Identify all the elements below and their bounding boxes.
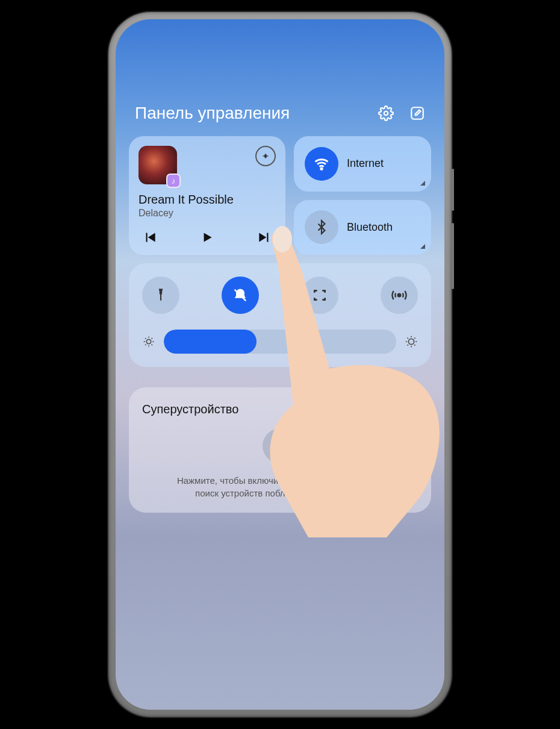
connectivity-col: Internet Bluetooth <box>294 136 431 255</box>
album-art: ♪ <box>138 146 177 184</box>
brightness-fill <box>164 330 257 354</box>
super-device-title: Суперустройство <box>142 402 238 416</box>
bluetooth-icon <box>305 210 338 244</box>
brightness-high-icon <box>405 335 418 348</box>
side-button <box>452 223 454 289</box>
screenshot-button[interactable] <box>301 277 338 314</box>
page-title: Панель управления <box>135 104 290 123</box>
settings-icon[interactable] <box>378 105 394 121</box>
hotspot-button[interactable] <box>381 277 418 314</box>
prev-track-icon[interactable] <box>142 230 158 245</box>
edit-icon[interactable] <box>409 105 425 121</box>
learn-more-link[interactable]: Подробнее <box>318 488 365 498</box>
brightness-slider[interactable] <box>164 330 396 354</box>
close-icon[interactable]: ✕ <box>406 401 418 418</box>
flashlight-button[interactable] <box>142 277 179 314</box>
brightness-row <box>142 330 418 354</box>
brightness-low-icon <box>142 335 155 348</box>
svg-point-4 <box>146 339 151 343</box>
music-app-icon: ♪ <box>166 174 181 188</box>
top-row: ♪ Dream It Possible Delacey <box>129 136 431 255</box>
next-track-icon[interactable] <box>257 230 272 245</box>
quick-row <box>142 277 418 314</box>
screen: Панель управления ♪ Dream It Possible De… <box>116 19 444 710</box>
svg-point-2 <box>321 168 322 169</box>
song-title: Dream It Possible <box>138 193 276 207</box>
search-devices-button[interactable] <box>263 428 297 463</box>
bluetooth-label: Bluetooth <box>347 221 393 234</box>
play-icon[interactable] <box>199 230 215 245</box>
svg-point-3 <box>398 294 401 297</box>
wifi-icon <box>305 147 338 181</box>
phone-frame: Панель управления ♪ Dream It Possible De… <box>108 12 452 717</box>
control-panel-header: Панель управления <box>129 104 431 136</box>
quick-toggles-card <box>129 263 431 367</box>
mute-button[interactable] <box>222 277 259 314</box>
header-actions <box>378 105 425 121</box>
svg-point-0 <box>384 111 388 116</box>
svg-point-6 <box>275 440 282 448</box>
svg-rect-1 <box>411 107 423 119</box>
super-device-hint: Нажмите, чтобы включить Bluetooth и выпо… <box>142 474 418 499</box>
expand-icon <box>420 244 425 249</box>
bluetooth-toggle[interactable]: Bluetooth <box>294 200 431 255</box>
internet-toggle[interactable]: Internet <box>294 136 431 192</box>
expand-icon <box>420 181 425 186</box>
svg-point-5 <box>408 339 414 344</box>
music-card[interactable]: ♪ Dream It Possible Delacey <box>129 136 285 255</box>
internet-label: Internet <box>347 157 384 170</box>
song-artist: Delacey <box>138 208 276 219</box>
side-button <box>452 169 454 211</box>
super-device-card: Суперустройство ✕ Нажмите, чтобы включит… <box>129 387 431 513</box>
audio-output-icon[interactable] <box>255 146 276 166</box>
